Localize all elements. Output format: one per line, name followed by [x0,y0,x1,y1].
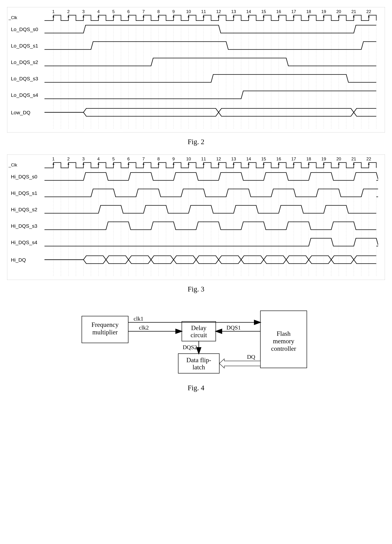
svg-text:circuit: circuit [190,331,207,339]
svg-text:7: 7 [142,9,145,14]
svg-text:2: 2 [67,156,70,161]
svg-text:Hi_DQS_s2: Hi_DQS_s2 [11,207,37,212]
svg-text:5: 5 [112,156,115,161]
svg-text:Hi_DQS_s4: Hi_DQS_s4 [11,240,37,245]
fig4-caption: Fig. 4 [7,384,385,392]
svg-text:13: 13 [231,156,236,161]
svg-text:Lo_DQS_s3: Lo_DQS_s3 [11,76,38,82]
svg-text:20: 20 [336,156,341,161]
fig2-caption: Fig. 2 [7,137,385,146]
svg-text:Lo_DQS_s0: Lo_DQS_s0 [11,27,38,32]
svg-text:memory: memory [273,337,294,345]
svg-text:22: 22 [367,156,371,161]
svg-text:16: 16 [276,156,281,161]
fig3-caption: Fig. 3 [7,285,385,293]
svg-text:6: 6 [127,156,130,161]
svg-text:multiplier: multiplier [92,329,118,336]
svg-text:Frequency: Frequency [91,321,119,328]
svg-text:19: 19 [321,9,326,14]
svg-text:21: 21 [351,156,356,161]
svg-text:Hi_DQ: Hi_DQ [11,257,26,263]
svg-text:3: 3 [82,9,85,14]
svg-text:10: 10 [186,156,191,161]
svg-text:19: 19 [321,156,326,161]
svg-text:controller: controller [271,345,296,352]
svg-text:2: 2 [67,9,70,14]
svg-text:Hi_DQS_s0: Hi_DQS_s0 [11,174,37,179]
svg-text:6: 6 [127,9,130,14]
svg-text:Delay: Delay [191,324,207,331]
svg-text:18: 18 [306,9,311,14]
svg-text:3: 3 [82,156,85,161]
svg-text:1: 1 [52,9,54,14]
svg-text:20: 20 [336,9,341,14]
svg-text:10: 10 [186,9,191,14]
svg-text:DQS1: DQS1 [226,324,241,331]
svg-text:Hi_Clk: Hi_Clk [8,163,17,167]
svg-text:15: 15 [261,9,266,14]
svg-text:8: 8 [157,9,160,14]
svg-text:13: 13 [231,9,236,14]
fig2-svg: 12345678910111213141516171819202122Hi_Cl… [8,9,378,130]
svg-text:DQ: DQ [247,354,255,360]
svg-text:Lo_DQS_s4: Lo_DQS_s4 [11,92,38,98]
svg-text:11: 11 [201,9,206,14]
fig4-svg: FrequencymultiplierDelaycircuitFlashmemo… [71,302,321,379]
svg-text:7: 7 [142,156,145,161]
svg-text:12: 12 [216,156,221,161]
svg-text:4: 4 [97,156,100,161]
svg-text:15: 15 [261,156,266,161]
svg-text:DQS2: DQS2 [183,344,197,350]
svg-text:latch: latch [192,364,205,371]
svg-text:Flash: Flash [276,330,290,337]
svg-text:Hi_DQS_s1: Hi_DQS_s1 [11,190,37,196]
svg-text:1: 1 [52,156,54,161]
svg-text:Low_DQ: Low_DQ [11,110,30,115]
svg-text:Lo_DQS_s1: Lo_DQS_s1 [11,43,38,49]
svg-text:16: 16 [276,9,281,14]
svg-text:18: 18 [306,156,311,161]
svg-text:Hi_DQS_s3: Hi_DQS_s3 [11,223,37,229]
svg-text:17: 17 [291,156,296,161]
svg-text:14: 14 [246,156,251,161]
fig3-svg: 12345678910111213141516171819202122Hi_Cl… [8,156,378,278]
svg-text:clk1: clk1 [134,315,143,322]
svg-text:8: 8 [157,156,160,161]
svg-text:4: 4 [97,9,100,14]
svg-text:9: 9 [172,156,175,161]
svg-text:17: 17 [291,9,296,14]
svg-text:Lo_DQS_s2: Lo_DQS_s2 [11,59,38,65]
svg-text:clk2: clk2 [139,324,149,331]
svg-text:11: 11 [201,156,206,161]
svg-text:22: 22 [367,9,371,14]
fig2-timing-diagram: 12345678910111213141516171819202122Hi_Cl… [7,7,385,132]
fig3-timing-diagram: 12345678910111213141516171819202122Hi_Cl… [7,154,385,280]
svg-text:9: 9 [172,9,175,14]
svg-text:14: 14 [246,9,251,14]
fig4-block-diagram: FrequencymultiplierDelaycircuitFlashmemo… [71,302,321,379]
svg-text:5: 5 [112,9,115,14]
svg-text:Data flip-: Data flip- [186,356,211,364]
svg-text:Hi_Clk: Hi_Clk [8,15,17,20]
svg-text:12: 12 [216,9,221,14]
svg-text:21: 21 [351,9,356,14]
